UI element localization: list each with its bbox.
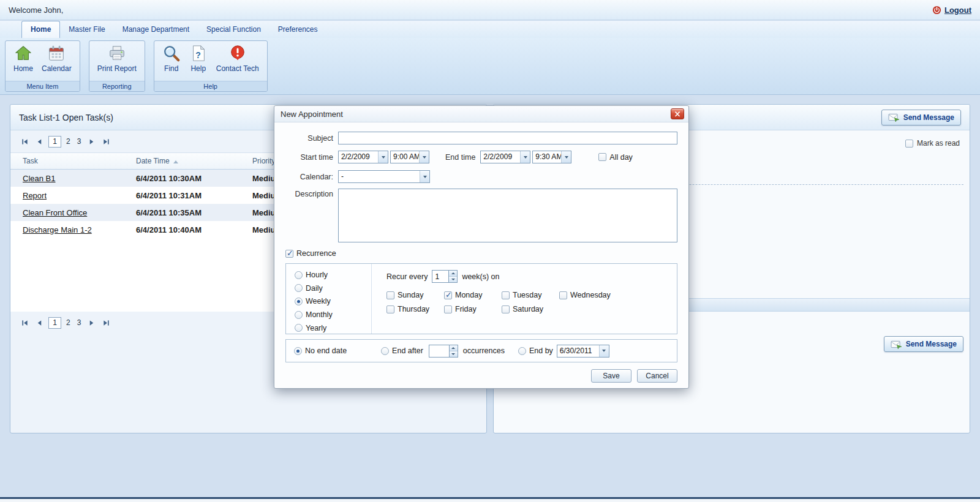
no-end-date-radio[interactable] bbox=[294, 347, 302, 355]
print-report-button-label: Print Report bbox=[97, 64, 137, 73]
recurrence-checkbox[interactable] bbox=[285, 250, 293, 258]
end-after-radio[interactable] bbox=[381, 347, 389, 355]
page-first-button[interactable] bbox=[19, 317, 31, 329]
day-tuesday[interactable]: Tuesday bbox=[502, 291, 559, 299]
page-number-current[interactable]: 1 bbox=[48, 136, 61, 148]
occurrences-input[interactable] bbox=[429, 345, 450, 358]
all-day-checkbox[interactable] bbox=[598, 153, 606, 161]
recurrence-label: Recurrence bbox=[296, 249, 336, 258]
svg-text:?: ? bbox=[195, 50, 201, 60]
wednesday-checkbox[interactable] bbox=[559, 291, 567, 299]
ribbon-group-label-help: Help bbox=[154, 81, 267, 91]
friday-checkbox[interactable] bbox=[444, 305, 452, 313]
day-sunday[interactable]: Sunday bbox=[386, 291, 444, 299]
logout-link[interactable]: Logout bbox=[932, 6, 971, 15]
contact-tech-button[interactable]: Contact Tech bbox=[212, 43, 263, 81]
frequency-option-yearly[interactable]: Yearly bbox=[295, 322, 371, 334]
end-by-option[interactable]: End by 6/30/2011 bbox=[518, 345, 609, 358]
page-first-button[interactable] bbox=[19, 136, 31, 148]
chevron-down-icon bbox=[420, 171, 429, 182]
day-saturday[interactable]: Saturday bbox=[502, 305, 559, 313]
page-last-button[interactable] bbox=[100, 136, 112, 148]
end-by-date-select[interactable]: 6/30/2011 bbox=[557, 345, 609, 358]
find-button[interactable]: Find bbox=[158, 43, 185, 81]
tab-master-file[interactable]: Master File bbox=[60, 21, 113, 38]
occurrences-spinner bbox=[450, 345, 458, 358]
spin-up-button[interactable] bbox=[450, 345, 458, 351]
dialog-close-button[interactable] bbox=[671, 108, 684, 119]
send-message-button-2[interactable]: Send Message bbox=[884, 336, 963, 352]
frequency-option-daily[interactable]: Daily bbox=[295, 283, 371, 294]
monday-checkbox[interactable] bbox=[444, 291, 452, 299]
spin-down-button[interactable] bbox=[449, 277, 457, 282]
page-number-3[interactable]: 3 bbox=[75, 137, 83, 146]
day-wednesday[interactable]: Wednesday bbox=[559, 291, 617, 299]
end-date-value: 2/2/2009 bbox=[481, 151, 520, 163]
print-report-button[interactable]: Print Report bbox=[93, 43, 141, 81]
help-button[interactable]: ? Help bbox=[185, 43, 212, 81]
description-textarea[interactable] bbox=[338, 189, 677, 242]
send-message-button[interactable]: Send Message bbox=[881, 110, 961, 126]
hourly-radio[interactable] bbox=[295, 271, 303, 279]
save-button[interactable]: Save bbox=[591, 369, 631, 383]
subject-input[interactable] bbox=[338, 132, 677, 144]
start-time-select[interactable]: 9:00 AM bbox=[390, 151, 429, 163]
page-prev-button[interactable] bbox=[34, 317, 45, 329]
spin-up-button[interactable] bbox=[449, 271, 457, 277]
daily-radio[interactable] bbox=[295, 284, 303, 292]
start-date-select[interactable]: 2/2/2009 bbox=[338, 151, 388, 163]
tab-manage-department[interactable]: Manage Department bbox=[114, 21, 198, 38]
task-link[interactable]: Clean Front Office bbox=[23, 208, 87, 217]
page-number-2[interactable]: 2 bbox=[64, 137, 72, 146]
day-friday[interactable]: Friday bbox=[444, 305, 502, 313]
help-icon: ? bbox=[189, 44, 208, 62]
page-number-current[interactable]: 1 bbox=[48, 317, 61, 329]
day-thursday[interactable]: Thursday bbox=[386, 305, 444, 313]
page-next-button[interactable] bbox=[86, 317, 97, 329]
saturday-checkbox[interactable] bbox=[502, 305, 510, 313]
task-link[interactable]: Clean B1 bbox=[23, 174, 55, 183]
mark-as-read-checkbox[interactable] bbox=[905, 140, 913, 148]
tab-special-function[interactable]: Special Function bbox=[198, 21, 270, 38]
frequency-option-hourly[interactable]: Hourly bbox=[295, 269, 371, 281]
mark-as-read-control[interactable]: Mark as read bbox=[905, 139, 960, 148]
day-monday[interactable]: Monday bbox=[444, 291, 502, 299]
calendar-button[interactable]: Calendar bbox=[37, 43, 76, 81]
no-end-date-option[interactable]: No end date bbox=[294, 347, 347, 355]
tab-preferences[interactable]: Preferences bbox=[270, 21, 326, 38]
tab-home[interactable]: Home bbox=[21, 21, 60, 38]
recur-every-input[interactable] bbox=[432, 270, 449, 283]
end-time-select[interactable]: 9:30 AM bbox=[532, 151, 571, 163]
dialog-title-bar[interactable]: New Appointment bbox=[274, 106, 688, 122]
cancel-button[interactable]: Cancel bbox=[637, 369, 677, 383]
column-task[interactable]: Task bbox=[10, 157, 136, 165]
all-day-control[interactable]: All day bbox=[598, 153, 633, 162]
yearly-radio[interactable] bbox=[295, 324, 303, 332]
monthly-radio[interactable] bbox=[295, 311, 303, 319]
weekly-radio[interactable] bbox=[295, 298, 303, 305]
frequency-option-monthly[interactable]: Monthly bbox=[295, 309, 371, 321]
calendar-select[interactable]: - bbox=[338, 170, 430, 183]
end-after-option[interactable]: End after occurrences bbox=[381, 345, 505, 358]
home-button[interactable]: Home bbox=[9, 43, 37, 81]
end-by-date-value: 6/30/2011 bbox=[557, 345, 599, 357]
end-date-select[interactable]: 2/2/2009 bbox=[480, 151, 530, 163]
contact-tech-button-label: Contact Tech bbox=[216, 64, 259, 73]
task-link[interactable]: Report bbox=[23, 191, 47, 200]
spin-down-button[interactable] bbox=[450, 351, 458, 357]
main-menu-tabs: Home Master File Manage Department Speci… bbox=[0, 21, 980, 38]
sunday-checkbox[interactable] bbox=[386, 291, 394, 299]
frequency-option-weekly[interactable]: Weekly bbox=[295, 296, 371, 307]
page-last-button[interactable] bbox=[100, 317, 112, 329]
all-day-label: All day bbox=[609, 153, 633, 162]
page-number-3[interactable]: 3 bbox=[75, 318, 83, 327]
task-link[interactable]: Discharge Main 1-2 bbox=[23, 225, 92, 234]
page-number-2[interactable]: 2 bbox=[64, 318, 72, 327]
page-next-button[interactable] bbox=[86, 136, 97, 148]
tuesday-checkbox[interactable] bbox=[502, 291, 510, 299]
page-prev-button[interactable] bbox=[34, 136, 45, 148]
column-date-time[interactable]: Date Time bbox=[136, 157, 252, 165]
calendar-value: - bbox=[339, 171, 420, 182]
end-by-radio[interactable] bbox=[518, 347, 526, 355]
thursday-checkbox[interactable] bbox=[386, 305, 394, 313]
